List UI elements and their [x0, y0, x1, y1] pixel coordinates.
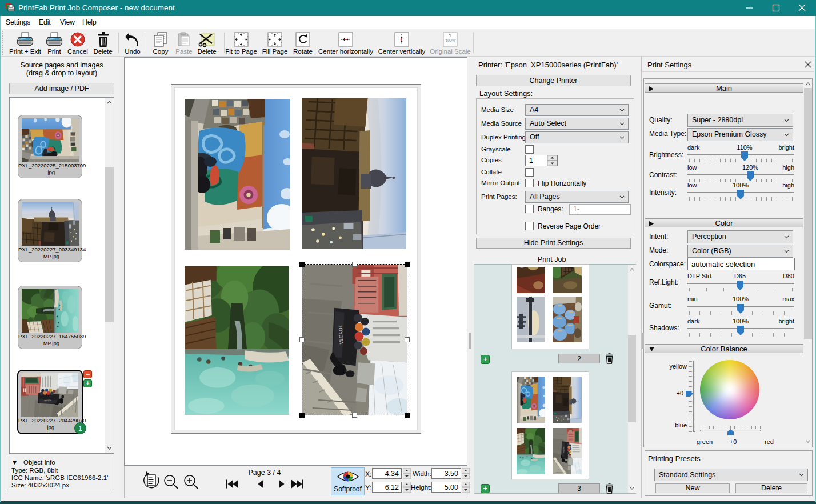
- svg-text:100%: 100%: [446, 38, 455, 42]
